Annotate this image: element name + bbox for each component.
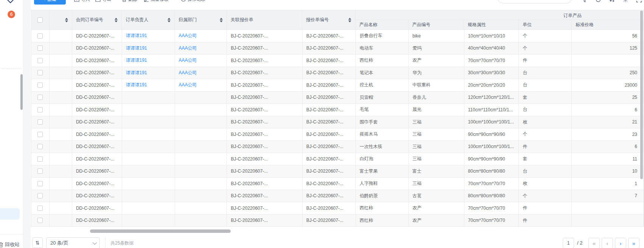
operation-log-button[interactable]: 操作记录 <box>181 0 206 5</box>
row-checkbox[interactable] <box>37 144 43 149</box>
row-checkbox[interactable] <box>37 218 43 223</box>
settings-gear-icon[interactable] <box>622 0 628 3</box>
first-page-button[interactable]: « <box>588 238 600 248</box>
create-button[interactable]: + 新建 <box>34 0 66 5</box>
product-name-cell: 人字拖鞋 <box>356 178 409 190</box>
row-height-button[interactable]: ⇅ <box>32 237 43 248</box>
import-icon <box>74 0 79 2</box>
select-all-checkbox[interactable] <box>37 17 43 23</box>
price-cell <box>572 215 644 227</box>
contract-no-cell: DD-C-20220607-... <box>72 55 122 67</box>
quote-label: 关联报价单 <box>231 17 253 23</box>
price-cell: 21 <box>572 116 644 128</box>
price-cell: 56 <box>572 30 644 42</box>
contract-no-cell: DD-C-20220607-... <box>72 141 122 153</box>
last-page-button[interactable]: » <box>628 238 639 248</box>
sidebar-selected-item[interactable] <box>0 208 20 220</box>
clipped-cell <box>50 215 72 227</box>
import-button[interactable]: 导入 <box>74 0 90 5</box>
refresh-icon[interactable] <box>595 0 601 3</box>
spec-cell: 70cm*70cm*70/70 <box>464 178 519 190</box>
fullscreen-icon[interactable] <box>636 0 642 3</box>
delete-label: 删除 <box>128 0 137 3</box>
table-row: DD-C-20220607-...谭谭谭191AAA公司BJ-C-2022060… <box>31 30 644 42</box>
sort-icon[interactable] <box>63 18 68 22</box>
spec-cell: 40cm*40cm*40/40 <box>464 42 519 55</box>
row-checkbox[interactable] <box>37 181 43 186</box>
quote-cell: BJ-C-20220607-... <box>227 92 303 104</box>
clipped-cell <box>50 141 72 153</box>
unit-cell: 台 <box>519 104 572 116</box>
page-size-select[interactable]: 20 条/页 <box>46 237 100 248</box>
batch-edit-button[interactable]: 批量修改 <box>144 0 169 5</box>
sort-icon[interactable] <box>165 18 171 22</box>
dept-cell-link[interactable]: AAA公司 <box>179 33 197 39</box>
row-checkbox[interactable] <box>37 70 43 75</box>
row-checkbox[interactable] <box>37 206 43 211</box>
vertical-scrollbar[interactable] <box>640 11 643 179</box>
row-checkbox[interactable] <box>37 156 43 162</box>
clipped-cell <box>50 153 72 165</box>
contract-no-cell: DD-C-20220607-... <box>72 116 122 128</box>
dept-cell <box>175 165 227 178</box>
sort-icon[interactable] <box>217 18 223 22</box>
sort-icon[interactable] <box>112 18 118 22</box>
row-checkbox[interactable] <box>37 95 43 100</box>
table-body: DD-C-20220607-...谭谭谭191AAA公司BJ-C-2022060… <box>31 30 644 227</box>
owner-cell-link[interactable]: 谭谭谭191 <box>126 82 147 88</box>
owner-cell <box>122 202 175 214</box>
export-button[interactable]: 导出 <box>95 0 111 5</box>
pagination-separator <box>105 237 106 248</box>
clipped-cell <box>50 55 72 67</box>
prev-page-button[interactable]: ‹ <box>602 238 613 248</box>
notification-badge: 6 <box>8 11 15 18</box>
recycle-bin-item[interactable]: 回收站 <box>0 241 20 248</box>
clipped-cell <box>50 104 72 116</box>
owner-cell-link[interactable]: 谭谭谭191 <box>126 57 147 64</box>
page-size-value: 20 条/页 <box>50 240 68 246</box>
page-number-input[interactable] <box>563 238 574 248</box>
unit-cell: 个 <box>519 30 572 42</box>
row-checkbox[interactable] <box>37 168 43 174</box>
row-checkbox[interactable] <box>37 132 43 137</box>
dept-cell-link[interactable]: AAA公司 <box>179 45 197 51</box>
product-code-cell: bike <box>409 30 464 42</box>
column-sort-icon[interactable] <box>609 0 615 3</box>
search-input[interactable] <box>497 0 572 3</box>
quote-cell: BJ-C-20220607-... <box>227 104 303 116</box>
quote-cell: BJ-C-20220607-... <box>227 153 303 165</box>
row-checkbox[interactable] <box>37 119 43 125</box>
price-cell: 250 <box>572 67 644 79</box>
sidebar-scrollbar[interactable] <box>20 74 23 110</box>
sort-icon[interactable] <box>346 18 351 22</box>
filter-icon[interactable] <box>582 0 588 3</box>
dept-cell-link[interactable]: AAA公司 <box>179 82 197 88</box>
export-label: 导出 <box>102 0 111 3</box>
contract-no-header: 合同订单编号 <box>72 10 122 30</box>
next-page-button[interactable]: › <box>615 238 626 248</box>
owner-cell-link[interactable]: 谭谭谭191 <box>126 70 147 76</box>
row-checkbox[interactable] <box>37 193 43 198</box>
row-checkbox[interactable] <box>37 107 43 112</box>
owner-cell-link[interactable]: 谭谭谭191 <box>126 45 147 51</box>
owner-cell-link[interactable]: 谭谭谭191 <box>126 33 147 39</box>
row-select-cell <box>31 42 50 55</box>
spec-cell: 100cm*100cm*100/1... <box>464 116 519 128</box>
unit-cell: 台 <box>519 67 572 79</box>
dept-cell-link[interactable]: AAA公司 <box>179 57 197 64</box>
horizontal-scrollbar[interactable] <box>90 229 231 233</box>
row-checkbox[interactable] <box>37 83 43 88</box>
unit-cell: 个 <box>519 42 572 55</box>
clipped-cell <box>50 178 72 190</box>
spec-cell: 90cm*90cm*90/90 <box>464 128 519 140</box>
row-checkbox[interactable] <box>37 58 43 63</box>
row-checkbox[interactable] <box>37 45 43 51</box>
clipped-cell <box>50 165 72 178</box>
contract-no-cell: DD-C-20220607-... <box>72 202 122 214</box>
sidebar-bottom-divider <box>0 234 23 234</box>
dept-cell-link[interactable]: AAA公司 <box>179 70 197 76</box>
row-select-cell <box>31 67 50 79</box>
product-name-cell: 挖土机 <box>356 79 409 91</box>
row-checkbox[interactable] <box>37 33 43 39</box>
delete-button[interactable]: 删除 <box>122 0 137 5</box>
